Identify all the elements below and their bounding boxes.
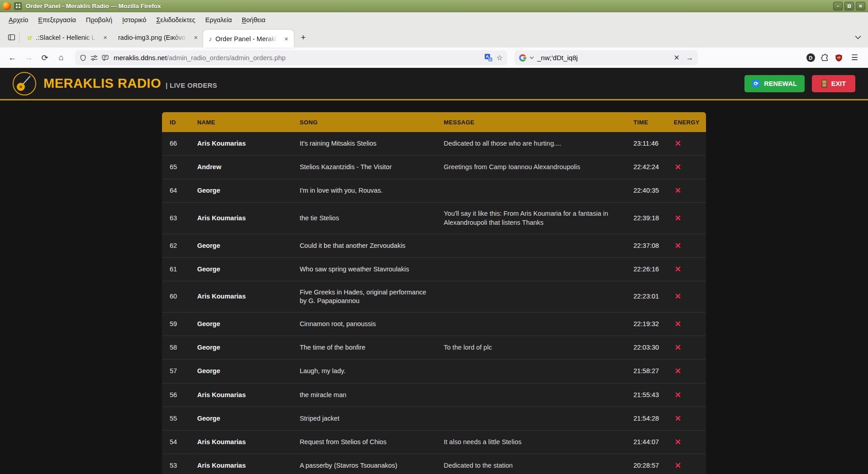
url-path: /admin_radio_orders/admin_orders.php xyxy=(167,54,286,62)
maximize-button[interactable] xyxy=(844,2,854,10)
delete-order-button[interactable]: ✕ xyxy=(674,213,682,223)
order-row-64: 64GeorgeI'm in love with you, Rouvas.22:… xyxy=(162,179,706,202)
renewal-button[interactable]: ⟳ RENEWAL xyxy=(744,75,805,92)
delete-order-button[interactable]: ✕ xyxy=(674,366,682,376)
menu-bookmarks[interactable]: Σελιδοδείκτες xyxy=(151,14,200,26)
delete-order-button[interactable]: ✕ xyxy=(674,139,682,148)
engine-chevron-icon[interactable] xyxy=(529,56,534,59)
app-menu-icon[interactable]: ☰ xyxy=(849,52,861,63)
order-name: Aris Koumarias xyxy=(191,281,293,312)
order-message xyxy=(438,312,627,336)
url-host: meraklis.ddns.net xyxy=(114,54,167,62)
delete-order-button[interactable]: ✕ xyxy=(674,437,682,447)
order-name: Aris Koumarias xyxy=(191,454,293,474)
extension-d-icon[interactable]: D xyxy=(806,53,815,62)
delete-order-button[interactable]: ✕ xyxy=(674,186,682,195)
column-header-time: TIME xyxy=(627,112,668,132)
order-id: 54 xyxy=(162,430,191,454)
order-energy-cell: ✕ xyxy=(668,281,706,312)
firefox-window: Order Panel - Meraklis Radio — Mozilla F… xyxy=(0,0,868,474)
search-bar[interactable]: _nw;'dDt_iq8j ✕ → xyxy=(515,50,698,65)
order-energy-cell: ✕ xyxy=(668,155,706,179)
new-tab-button[interactable]: + xyxy=(296,31,310,44)
delete-order-button[interactable]: ✕ xyxy=(674,319,682,329)
ublock-shield-icon[interactable]: uO xyxy=(835,54,843,62)
list-all-tabs-button[interactable] xyxy=(852,31,864,44)
extensions-puzzle-icon[interactable] xyxy=(821,54,829,62)
music-note-favicon: ♪ xyxy=(209,35,212,43)
slackel-favicon: σ xyxy=(28,33,32,41)
firefox-view-button[interactable] xyxy=(5,31,18,44)
menu-history[interactable]: Ιστορικό xyxy=(117,14,151,26)
order-energy-cell: ✕ xyxy=(668,407,706,430)
window-controls: – ✕ xyxy=(833,2,865,10)
order-time: 21:55:43 xyxy=(627,383,668,407)
window-menu-icon[interactable] xyxy=(14,2,22,10)
order-energy-cell: ✕ xyxy=(668,179,706,202)
home-button[interactable]: ⌂ xyxy=(53,51,69,65)
bookmark-star-icon[interactable]: ☆ xyxy=(496,54,503,62)
translate-icon[interactable]: Aa xyxy=(485,54,492,62)
google-engine-icon[interactable] xyxy=(519,54,526,62)
order-message: Greetings from Camp Ioannou Alexandroupo… xyxy=(438,155,627,179)
order-message xyxy=(438,281,627,312)
menu-tools[interactable]: Εργαλεία xyxy=(200,14,237,26)
search-query[interactable]: _nw;'dDt_iq8j xyxy=(537,54,578,62)
menu-view[interactable]: Προβολή xyxy=(81,14,117,26)
order-name: George xyxy=(191,336,293,359)
titlebar: Order Panel - Meraklis Radio — Mozilla F… xyxy=(0,0,868,12)
minimize-button[interactable]: – xyxy=(833,2,843,10)
tab-close-icon[interactable]: × xyxy=(193,33,199,41)
forward-button[interactable]: → xyxy=(21,51,36,65)
site-header: MERAKLIS RADIO | LIVE ORDERS ⟳ RENEWAL E… xyxy=(0,68,868,100)
delete-order-button[interactable]: ✕ xyxy=(674,390,682,400)
order-name: Andrew xyxy=(191,155,293,179)
delete-order-button[interactable]: ✕ xyxy=(674,292,682,301)
tab-slackel[interactable]: σ.:Slackel - Hellenic L× xyxy=(22,30,113,45)
order-time: 21:44:07 xyxy=(627,430,668,454)
order-time: 22:26:16 xyxy=(627,257,668,281)
order-id: 57 xyxy=(162,359,191,383)
order-message xyxy=(438,383,627,407)
order-row-56: 56Aris Koumariasthe miracle man21:55:43✕ xyxy=(162,383,706,407)
tab-order-panel[interactable]: ♪Order Panel - Merakl× xyxy=(203,30,294,47)
exit-button[interactable]: EXIT xyxy=(812,75,855,92)
search-go-icon[interactable]: → xyxy=(686,54,693,62)
delete-order-button[interactable]: ✕ xyxy=(674,162,682,172)
tab-radio-img3[interactable]: radio-img3.png (Εικόνα× xyxy=(113,30,203,45)
delete-order-button[interactable]: ✕ xyxy=(674,343,682,352)
page-actions-icon[interactable] xyxy=(102,55,109,61)
delete-order-button[interactable]: ✕ xyxy=(674,265,682,274)
back-button[interactable]: ← xyxy=(5,51,20,65)
column-header-energy: ENERGY xyxy=(668,112,706,132)
tab-label: Order Panel - Merakl xyxy=(215,35,280,43)
order-row-66: 66Aris KoumariasIt's raining Mitsakis St… xyxy=(162,132,706,155)
order-id: 58 xyxy=(162,336,191,359)
order-message xyxy=(438,234,627,257)
order-time: 22:40:35 xyxy=(627,179,668,202)
shield-icon[interactable] xyxy=(80,54,86,62)
firefox-view-icon xyxy=(8,33,15,41)
delete-order-button[interactable]: ✕ xyxy=(674,414,682,423)
close-button[interactable]: ✕ xyxy=(856,2,865,10)
permissions-icon[interactable] xyxy=(91,55,98,61)
delete-order-button[interactable]: ✕ xyxy=(674,241,682,251)
tab-close-icon[interactable]: × xyxy=(283,35,289,43)
order-name: George xyxy=(191,257,293,281)
url-bar[interactable]: meraklis.ddns.net/admin_radio_orders/adm… xyxy=(75,50,507,65)
clear-search-icon[interactable]: ✕ xyxy=(674,53,680,62)
menu-help[interactable]: Βοήθεια xyxy=(237,14,270,26)
orders-table: IDNAMESONGMESSAGETIMEENERGY 66Aris Kouma… xyxy=(162,112,706,474)
order-energy-cell: ✕ xyxy=(668,234,706,257)
order-time: 22:19:32 xyxy=(627,312,668,336)
order-id: 62 xyxy=(162,234,191,257)
order-song: Request from Stelios of Chios xyxy=(293,430,437,454)
reload-button[interactable]: ⟳ xyxy=(37,51,52,65)
delete-order-button[interactable]: ✕ xyxy=(674,461,682,470)
menu-edit[interactable]: Επεξεργασία xyxy=(33,14,81,26)
navigation-toolbar: ← → ⟳ ⌂ meraklis.ddns.net/admin_radio_or… xyxy=(0,47,868,68)
tab-close-icon[interactable]: × xyxy=(102,33,108,41)
order-id: 60 xyxy=(162,281,191,312)
menu-file[interactable]: Αρχείο xyxy=(4,14,33,26)
order-message: Dedicated to the station xyxy=(438,454,627,474)
